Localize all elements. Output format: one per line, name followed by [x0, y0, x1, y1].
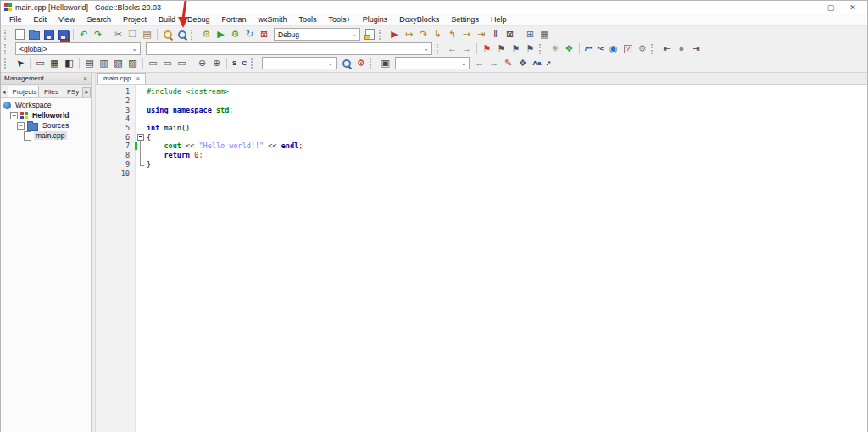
wxs-border-mid-icon[interactable]: ▭ — [160, 57, 175, 69]
redo-icon[interactable]: ↷ — [91, 28, 105, 41]
menu-settings[interactable]: Settings — [445, 14, 485, 25]
expander-icon[interactable]: − — [17, 122, 25, 130]
selection-icon[interactable]: ❖ — [515, 57, 530, 69]
step-out-icon[interactable]: ↰ — [445, 28, 459, 41]
wxs-border-left-icon[interactable]: ▭ — [146, 57, 160, 69]
toolbar-grip[interactable] — [4, 30, 10, 40]
abort-icon[interactable]: ⊠ — [257, 28, 271, 41]
build-and-run-icon[interactable]: ⚙ — [228, 28, 242, 41]
toolbar-grip[interactable] — [251, 58, 257, 69]
menu-edit[interactable]: Edit — [28, 14, 53, 25]
menu-tools-plus[interactable]: Tools+ — [323, 14, 357, 25]
prev-bookmark-icon[interactable]: ⚑ — [494, 42, 509, 55]
source-icon[interactable]: S — [230, 57, 239, 69]
file-search-icon[interactable] — [339, 57, 353, 69]
code-editor[interactable]: 1#include <iostream>23using namespace st… — [96, 85, 867, 432]
editor-tab-main-cpp[interactable]: main.cpp × — [97, 73, 146, 84]
nav-back-icon[interactable]: ← — [445, 42, 459, 55]
wxs-align-bottom-icon[interactable]: ▥ — [97, 57, 111, 69]
symbol-search-select[interactable]: ⌄ — [262, 57, 337, 69]
open-file-icon[interactable] — [27, 28, 42, 41]
tab-close-icon[interactable]: × — [136, 75, 140, 82]
jump-back-icon[interactable]: ⇤ — [659, 42, 674, 55]
close-button[interactable]: ✕ — [842, 3, 864, 12]
run-icon[interactable]: ▶ — [214, 28, 228, 41]
menu-fortran[interactable]: Fortran — [215, 14, 252, 25]
management-tab-projects[interactable]: Projects — [8, 86, 40, 97]
menu-wxsmith[interactable]: wxSmith — [253, 14, 293, 25]
regex-icon[interactable]: .* — [543, 57, 553, 69]
tree-item-workspace[interactable]: Workspace — [1, 100, 91, 110]
wxs-align-center-icon[interactable]: ▧ — [111, 57, 125, 69]
toolbar-grip[interactable] — [370, 58, 376, 69]
menu-file[interactable]: File — [3, 14, 28, 25]
zoom-out-icon[interactable]: ⊖ — [195, 57, 209, 69]
menu-debug[interactable]: Debug — [181, 14, 216, 25]
menu-help[interactable]: Help — [485, 14, 513, 25]
next-bookmark-icon[interactable]: ⚑ — [509, 42, 523, 55]
star-icon[interactable]: ✳ — [548, 42, 562, 55]
match-case-icon[interactable]: Aa — [530, 57, 543, 69]
tree-item-sources-folder[interactable]: −Sources — [1, 120, 91, 130]
compiler-log-icon[interactable] — [363, 28, 377, 41]
find-replace-icon[interactable] — [175, 28, 189, 41]
maximize-button[interactable]: ▢ — [820, 3, 842, 12]
toolbar-grip[interactable] — [191, 30, 197, 40]
toolbar-grip[interactable] — [4, 44, 10, 54]
green-package-icon[interactable]: ❖ — [562, 42, 576, 55]
nav-forward-icon[interactable]: → — [459, 42, 474, 55]
debugging-windows-icon[interactable]: ⊞ — [523, 28, 537, 41]
management-tab-fsy[interactable]: FSy — [62, 86, 83, 97]
save-all-icon[interactable] — [56, 28, 70, 41]
debug-continue-icon[interactable]: ▶ — [387, 28, 402, 41]
marker-dot-icon[interactable]: ● — [674, 42, 688, 55]
wxs-checker-icon[interactable]: ▦ — [47, 57, 62, 69]
step-into-icon[interactable]: ↳ — [431, 28, 445, 41]
debug-info-icon[interactable]: ▦ — [537, 28, 552, 41]
cut-icon[interactable]: ✂ — [111, 28, 125, 41]
search-next-icon[interactable]: → — [487, 57, 501, 69]
tools-options-icon[interactable]: ⚙ — [353, 57, 368, 69]
menu-tools[interactable]: Tools — [293, 14, 323, 25]
copy-icon[interactable]: ❐ — [125, 28, 140, 41]
debug-stop-icon[interactable]: ⊠ — [503, 28, 517, 41]
wxs-frame-icon[interactable]: ▭ — [33, 57, 47, 69]
tab-scroll-left-icon[interactable]: ◂ — [1, 89, 8, 97]
next-instruction-icon[interactable]: ⇢ — [459, 28, 474, 41]
wxs-half-icon[interactable]: ◧ — [62, 57, 76, 69]
doxy-help-icon[interactable]: ? — [620, 42, 635, 55]
doxy-run-icon[interactable]: ◉ — [606, 42, 620, 55]
zoom-in-icon[interactable]: ⊕ — [209, 57, 224, 69]
expander-icon[interactable]: − — [10, 112, 18, 119]
menu-build[interactable]: Build — [153, 14, 181, 25]
panel-close-icon[interactable]: × — [83, 75, 87, 82]
new-file-icon[interactable] — [13, 28, 27, 41]
step-into-instruction-icon[interactable]: ⇥ — [474, 28, 488, 41]
toolbar-grip[interactable] — [4, 58, 10, 69]
menu-project[interactable]: Project — [117, 14, 153, 25]
jump-forward-icon[interactable]: ⇥ — [688, 42, 703, 55]
management-tab-files[interactable]: Files — [39, 86, 62, 97]
menu-view[interactable]: View — [53, 14, 81, 25]
minimize-button[interactable]: — — [798, 3, 820, 12]
rebuild-icon[interactable]: ↻ — [242, 28, 257, 41]
doxy-block-comment-icon[interactable]: /** — [582, 42, 594, 55]
menu-search[interactable]: Search — [81, 14, 117, 25]
class-icon[interactable]: C — [239, 57, 249, 69]
wxs-border-right-icon[interactable]: ▭ — [175, 57, 189, 69]
clear-highlight-icon[interactable]: ▣ — [378, 57, 392, 69]
doxy-line-comment-icon[interactable]: *< — [594, 42, 606, 55]
build-icon[interactable]: ⚙ — [199, 28, 214, 41]
clear-bookmarks-icon[interactable]: ⚑ — [523, 42, 537, 55]
pointer-icon[interactable]: ➤ — [13, 57, 27, 69]
undo-icon[interactable]: ↶ — [76, 28, 91, 41]
fold-collapse-icon[interactable] — [137, 134, 144, 141]
next-line-icon[interactable]: ↷ — [416, 28, 431, 41]
menu-plugins[interactable]: Plugins — [357, 14, 394, 25]
tree-item-main-cpp[interactable]: main.cpp — [1, 130, 91, 141]
toolbar-grip[interactable] — [437, 44, 442, 54]
toolbar-grip[interactable] — [651, 44, 657, 54]
toolbar-grip[interactable] — [379, 30, 385, 40]
find-icon[interactable] — [160, 28, 175, 41]
build-target-select[interactable]: Debug⌄ — [274, 28, 360, 41]
